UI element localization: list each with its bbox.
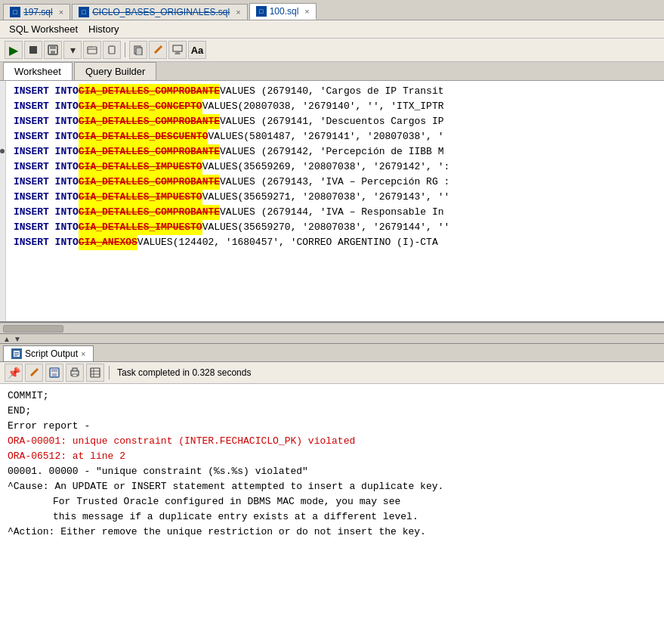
tab-worksheet[interactable]: Worksheet <box>3 62 73 80</box>
subtab-bar: Worksheet Query Builder <box>0 62 664 81</box>
svg-rect-0 <box>29 46 37 54</box>
tab-icon-1: □ <box>10 7 20 17</box>
output-edit-button[interactable] <box>25 364 43 382</box>
svg-rect-3 <box>51 51 55 54</box>
out-line-end: END; <box>8 404 656 419</box>
resize-handle[interactable]: ▲ ▼ <box>0 333 664 344</box>
svg-rect-11 <box>14 352 19 353</box>
tab-ciclo-sql[interactable]: □ CICLO_BASES_ORIGINALES.sql × <box>72 4 248 20</box>
save-dropdown-button[interactable]: ▾ <box>63 41 82 59</box>
output-tab-bar: Script Output × <box>0 344 664 362</box>
hscroll-thumb[interactable] <box>3 325 63 333</box>
output-panel: Script Output × 📌 Task completed in 0.32… <box>0 344 664 644</box>
sql-line-4: INSERT INTO CIA_DETALLES_DESCUENTO VALUE… <box>14 129 664 144</box>
sql-line-3: INSERT INTO CIA_DETALLES_COMPROBANTE VAL… <box>14 114 664 129</box>
svg-rect-9 <box>173 45 182 51</box>
tab-197-sql[interactable]: □ 197.sql × <box>3 4 70 20</box>
svg-rect-20 <box>91 368 100 377</box>
tab-bar: □ 197.sql × □ CICLO_BASES_ORIGINALES.sql… <box>0 0 664 20</box>
sql-line-8: INSERT INTO CIA_DETALLES_IMPUESTO VALUES… <box>14 190 664 205</box>
out-line-commit: COMMIT; <box>8 389 656 404</box>
toolbar: ▶ ▾ Aa <box>0 39 664 62</box>
output-print-button[interactable] <box>66 364 84 382</box>
output-toolbar-sep <box>109 366 110 379</box>
out-line-cause: ^Cause: An UPDATE or INSERT statement at… <box>8 479 656 494</box>
out-line-cause-3: this message if a duplicate entry exists… <box>8 509 656 525</box>
tab-close-3[interactable]: × <box>304 7 309 16</box>
svg-rect-5 <box>109 46 115 54</box>
editor-content: INSERT INTO CIA_DETALLES_COMPROBANTE VAL… <box>0 81 664 321</box>
tab-label-3: 100.sql <box>270 6 299 17</box>
menu-history[interactable]: History <box>84 22 123 36</box>
menu-sql-worksheet[interactable]: SQL Worksheet <box>5 22 82 36</box>
resize-up-arrow[interactable]: ▲ <box>3 335 11 343</box>
line-gutter <box>0 81 6 321</box>
view-button[interactable] <box>168 41 187 59</box>
script-output-tab[interactable]: Script Output × <box>3 345 94 361</box>
out-line-ora06512: ORA-06512: at line 2 <box>8 449 656 464</box>
svg-rect-15 <box>51 368 57 372</box>
tab-label-2: CICLO_BASES_ORIGINALES.sql <box>92 7 230 17</box>
open-button[interactable] <box>83 41 101 59</box>
output-grid-button[interactable] <box>86 364 104 382</box>
out-line-action: ^Action: Either remove the unique restri… <box>8 525 656 540</box>
tab-query-builder[interactable]: Query Builder <box>74 62 156 80</box>
tab-100-sql[interactable]: □ 100.sql × <box>249 3 317 20</box>
menu-bar: SQL Worksheet History <box>0 20 664 39</box>
editor-area[interactable]: INSERT INTO CIA_DETALLES_COMPROBANTE VAL… <box>0 81 664 323</box>
output-pin-button[interactable]: 📌 <box>5 364 23 382</box>
out-line-cause-2: For Trusted Oracle configured in DBMS MA… <box>8 494 656 509</box>
script-output-icon <box>11 348 22 359</box>
sql-line-2: INSERT INTO CIA_DETALLES_CONCEPTO VALUES… <box>14 99 664 114</box>
copy-button[interactable] <box>129 41 147 59</box>
tab-close-1[interactable]: × <box>59 8 63 17</box>
svg-rect-12 <box>14 354 19 355</box>
output-save-button[interactable] <box>45 364 63 382</box>
save-button[interactable] <box>44 41 62 59</box>
sql-line-7: INSERT INTO CIA_DETALLES_COMPROBANTE VAL… <box>14 175 664 190</box>
run-button[interactable]: ▶ <box>5 41 23 59</box>
font-button[interactable]: Aa <box>188 41 206 59</box>
toolbar-sep-1 <box>125 42 125 57</box>
task-complete-text: Task completed in 0.328 seconds <box>117 367 251 378</box>
output-tab-close[interactable]: × <box>81 349 85 358</box>
script-output-label: Script Output <box>25 348 78 359</box>
sql-line-11: INSERT INTO CIA_ANEXOS VALUES(124402, '1… <box>14 235 664 250</box>
tab-icon-2: □ <box>79 7 89 17</box>
out-line-ora00001: ORA-00001: unique constraint (INTER.FECH… <box>8 434 656 449</box>
svg-rect-18 <box>73 368 77 371</box>
output-toolbar: 📌 Task completed in 0.328 seconds <box>0 362 664 384</box>
sql-line-1: INSERT INTO CIA_DETALLES_COMPROBANTE VAL… <box>14 84 664 99</box>
out-line-error-report: Error report - <box>8 419 656 434</box>
svg-rect-4 <box>88 47 97 54</box>
sql-line-6: INSERT INTO CIA_DETALLES_IMPUESTO VALUES… <box>14 159 664 175</box>
editor-hscrollbar[interactable] <box>0 323 664 333</box>
svg-rect-8 <box>136 48 142 55</box>
sql-line-10: INSERT INTO CIA_DETALLES_IMPUESTO VALUES… <box>14 220 664 235</box>
output-content: COMMIT; END; Error report - ORA-00001: u… <box>0 384 664 644</box>
pin-icon: 📌 <box>8 367 20 379</box>
resize-down-arrow[interactable]: ▼ <box>14 335 21 343</box>
sql-line-9: INSERT INTO CIA_DETALLES_COMPROBANTE VAL… <box>14 205 664 220</box>
tab-close-2[interactable]: × <box>236 8 240 17</box>
tab-label-1: 197.sql <box>23 7 53 17</box>
stop-button[interactable] <box>24 41 42 59</box>
svg-rect-19 <box>73 374 77 376</box>
svg-rect-6 <box>110 45 113 47</box>
clipboard-button[interactable] <box>103 41 121 59</box>
tab-icon-3: □ <box>256 6 267 17</box>
edit-button[interactable] <box>149 41 167 59</box>
svg-rect-2 <box>50 45 56 49</box>
svg-rect-13 <box>14 355 17 356</box>
svg-rect-16 <box>52 373 57 376</box>
sql-line-5: INSERT INTO CIA_DETALLES_COMPROBANTE VAL… <box>14 144 664 159</box>
out-line-00001: 00001. 00000 - "unique constraint (%s.%s… <box>8 464 656 479</box>
